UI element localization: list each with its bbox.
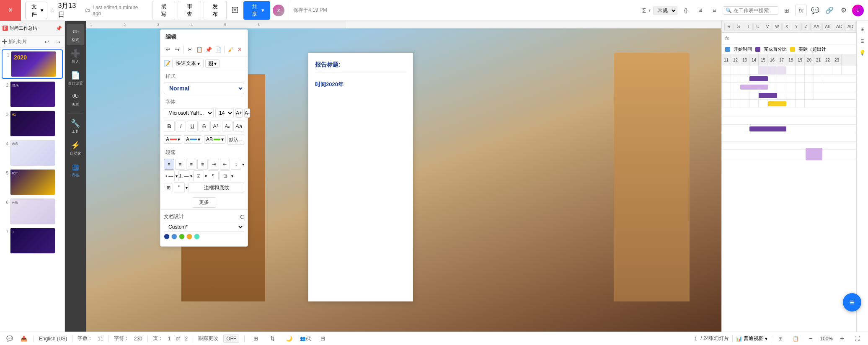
col-AA[interactable]: AA: [811, 23, 822, 31]
share-status-btn[interactable]: 📤: [19, 334, 28, 343]
quote-dropdown[interactable]: ▾: [186, 185, 188, 190]
font-color-btn[interactable]: A ▾: [164, 135, 182, 144]
quote-btn[interactable]: ": [174, 182, 185, 193]
view-mode-btn[interactable]: ⊟: [317, 333, 328, 345]
avatar[interactable]: Z: [273, 5, 284, 16]
palette-blue[interactable]: [164, 234, 170, 239]
align-center-btn[interactable]: ≡: [175, 159, 186, 170]
settings-button[interactable]: ⚙: [838, 5, 850, 16]
slide-item-2[interactable]: 2 目录: [2, 80, 63, 108]
sheet-icon-btn[interactable]: 📋: [790, 333, 801, 345]
palette-orange[interactable]: [186, 234, 192, 239]
col-AC[interactable]: AC: [834, 23, 845, 31]
palette-light-blue[interactable]: [171, 234, 177, 239]
zoom-toggle-btn[interactable]: 💡: [858, 48, 868, 58]
add-slide-button[interactable]: ➕ 新幻灯片: [2, 39, 27, 45]
subscript-btn[interactable]: A₂: [222, 121, 233, 131]
tool-insert[interactable]: ➕ 插入: [67, 46, 84, 67]
align-left-btn[interactable]: ≡: [164, 159, 174, 170]
scroll-btn[interactable]: ⇅: [266, 333, 278, 345]
col-AD[interactable]: AD: [845, 23, 856, 31]
more-button[interactable]: 更多: [192, 197, 216, 208]
border-shading-btn[interactable]: 边框和底纹: [189, 183, 244, 193]
border-tl-btn[interactable]: ⊞: [164, 183, 173, 192]
strikethrough-btn[interactable]: S: [199, 121, 209, 131]
grid-view-btn[interactable]: ⊞: [250, 333, 261, 345]
paste2-btn[interactable]: 📄: [214, 44, 223, 55]
undo-button[interactable]: ↩: [42, 37, 52, 47]
superscript-btn[interactable]: A²: [210, 121, 221, 131]
cut-btn[interactable]: ✂: [186, 44, 194, 55]
tool-format[interactable]: ✏ 格式: [67, 24, 84, 45]
col-Z[interactable]: Z: [801, 23, 811, 31]
paste-btn[interactable]: 📌: [204, 44, 213, 55]
slide-item-6[interactable]: 6 分析: [2, 198, 63, 225]
col-U[interactable]: U: [753, 23, 762, 31]
redo-btn[interactable]: ↪: [173, 44, 182, 55]
clear-btn[interactable]: ✕: [235, 44, 244, 55]
merge-v-button[interactable]: ⊟: [708, 5, 720, 16]
redo-button[interactable]: ↪: [53, 37, 63, 47]
undo-btn[interactable]: ↩: [164, 44, 173, 55]
bold-btn[interactable]: B: [164, 121, 175, 131]
slide-item-1[interactable]: 1 2020: [2, 49, 63, 79]
copy-btn[interactable]: 📋: [195, 44, 204, 55]
format-select[interactable]: 常规: [653, 6, 677, 15]
col-R[interactable]: R: [724, 23, 734, 31]
search-input[interactable]: [734, 8, 775, 13]
comment-status-btn[interactable]: 💬: [5, 334, 14, 343]
slide-item-4[interactable]: 4 内容: [2, 139, 63, 167]
dark-mode-btn[interactable]: 🌙: [283, 333, 295, 345]
col-W[interactable]: W: [772, 23, 782, 31]
slide-item-3[interactable]: 3 01: [2, 110, 63, 137]
slide-item-5[interactable]: 5 统计: [2, 168, 63, 196]
font-name-select[interactable]: Microsoft YaH...: [164, 108, 214, 118]
tool-tools[interactable]: 🔧 工具: [67, 116, 84, 137]
track-toggle[interactable]: OFF: [223, 335, 239, 343]
zoom-plus-btn[interactable]: ＋: [836, 333, 848, 345]
line-spacing-btn[interactable]: ↕: [231, 159, 241, 170]
publish-button[interactable]: 发布: [204, 1, 227, 20]
formula-button[interactable]: {}: [680, 5, 692, 16]
users-btn[interactable]: 👥(0): [300, 333, 312, 345]
tool-view[interactable]: 👁 查看: [67, 90, 84, 111]
view-mode-label[interactable]: 📊 普通视图 ▾: [736, 335, 767, 342]
doc-design-expand-btn[interactable]: ⬡: [240, 214, 244, 220]
num-dropdown[interactable]: ▾: [190, 174, 192, 178]
bullet-dropdown[interactable]: ▾: [176, 174, 178, 178]
check-list-btn[interactable]: ☑: [193, 170, 204, 181]
font-size-down-btn[interactable]: A-: [244, 108, 250, 118]
tool-auto[interactable]: ⚡ 自动化: [67, 138, 84, 159]
tool-table[interactable]: ▦ 表格: [67, 160, 84, 180]
case-btn[interactable]: Aa: [233, 121, 244, 131]
merge-h-button[interactable]: ⊞: [694, 5, 706, 16]
col-Y[interactable]: Y: [792, 23, 801, 31]
quick-text-button[interactable]: 快速文本 ▾: [172, 59, 204, 68]
close-button[interactable]: ×: [0, 0, 21, 21]
para-indent-btn[interactable]: ¶: [208, 170, 219, 181]
comment-button[interactable]: 💬: [809, 5, 821, 16]
align-justify-btn[interactable]: ≡: [197, 159, 208, 170]
link-button[interactable]: 🔗: [824, 5, 835, 16]
zoom-fit-btn[interactable]: ⊞: [775, 333, 786, 345]
file-button[interactable]: 文件 ▾: [25, 2, 47, 19]
tool-page[interactable]: 📄 页面设置: [67, 68, 84, 89]
format-paint-btn[interactable]: 🖌: [226, 44, 235, 55]
design-select[interactable]: Custom*: [164, 222, 244, 232]
col-AB[interactable]: AB: [822, 23, 833, 31]
num-list-btn[interactable]: 1. —: [178, 170, 189, 181]
check-dropdown[interactable]: ▾: [205, 174, 207, 178]
italic-btn[interactable]: I: [176, 121, 186, 131]
expand-button[interactable]: ⊞: [781, 5, 793, 16]
indent-left-btn[interactable]: ⇤: [220, 159, 230, 170]
review-button[interactable]: 审查: [178, 1, 201, 20]
underline-btn[interactable]: U: [187, 121, 198, 131]
sidebar-toggle-btn[interactable]: ⊞: [858, 24, 868, 34]
write-button[interactable]: 撰写: [152, 1, 176, 20]
spacing-dropdown[interactable]: ▾: [242, 162, 244, 167]
right-sidebar-btn[interactable]: ⊟: [858, 36, 868, 46]
more-para-btn[interactable]: ⊞: [220, 170, 230, 181]
slide-item-7[interactable]: 7 T: [2, 227, 63, 255]
col-S[interactable]: S: [734, 23, 743, 31]
user-avatar[interactable]: U: [852, 5, 864, 16]
